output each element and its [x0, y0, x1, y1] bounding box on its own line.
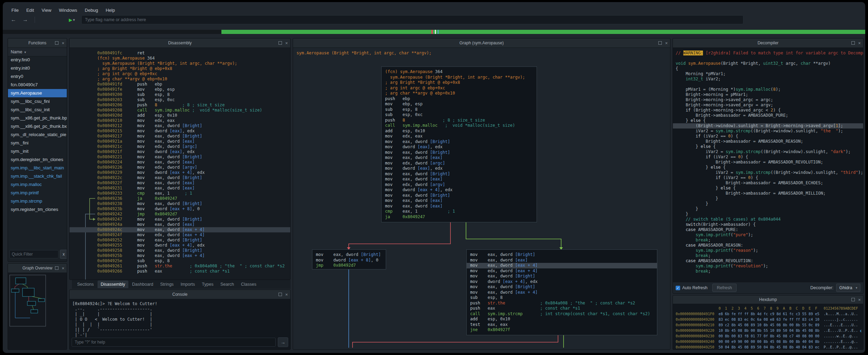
- function-item[interactable]: entry0: [8, 72, 67, 81]
- tab-imports[interactable]: Imports: [177, 281, 198, 288]
- search-input[interactable]: [81, 15, 743, 24]
- code-line[interactable]: sym.imp.printf("revolution");: [676, 264, 860, 269]
- code-line[interactable]: jne 0x804927f: [470, 327, 654, 333]
- function-item[interactable]: sym.imp.printf: [8, 189, 67, 197]
- code-line[interactable]: jmp 0x80492d7: [316, 263, 382, 268]
- code-line[interactable]: (fcn) sym.Aeropause 364: [70, 56, 290, 61]
- code-line[interactable]: 0x0804921c mov edx, dword [argc]: [70, 144, 290, 149]
- code-line[interactable]: Bright->morning = pMVar1;: [676, 92, 860, 97]
- menu-help[interactable]: Help: [102, 8, 119, 13]
- close-icon[interactable]: ×: [665, 41, 668, 45]
- code-line[interactable]: [676, 56, 860, 61]
- code-line[interactable]: // switch table (5 cases) at 0x804a044: [676, 217, 860, 222]
- code-line[interactable]: ; arg Bright *Bright @ ebp+0x8: [70, 66, 290, 71]
- code-line[interactable]: 0x08049208 call sym.imp.malloc ; void *m…: [70, 108, 290, 113]
- hexdump-row[interactable]: 0x0000000008049220 10 8b 45 08 8b 00 8b …: [676, 328, 860, 333]
- undock-icon[interactable]: [658, 41, 662, 45]
- code-line[interactable]: cmp eax, 1 ; 1: [385, 209, 533, 214]
- code-line[interactable]: 0x08049247 mov eax, dword [Bright]: [70, 217, 290, 222]
- code-line[interactable]: push 8 ; 8 ; size_t size: [385, 118, 533, 123]
- code-line[interactable]: if (Bright->morning->saved_argc < 2) {: [676, 108, 860, 113]
- code-line[interactable]: 0x080491fd push ebp: [70, 82, 290, 87]
- hexdump-row[interactable]: 0x0000000008049240 00 00 e9 90 00 00 00 …: [676, 339, 860, 344]
- undock-icon[interactable]: [55, 41, 58, 45]
- code-line[interactable]: iVar2 = sym.imp.strcmp((Bright->window).…: [676, 170, 860, 175]
- hexdump-row[interactable]: 0x0000000008049200 83 ec 08 83 ec 0c 6a …: [676, 317, 860, 322]
- auto-refresh-checkbox[interactable]: ✓: [676, 286, 680, 290]
- function-item[interactable]: sym._init: [8, 147, 67, 156]
- code-line[interactable]: 0x08049238 mov eax, dword [Bright]: [70, 201, 290, 206]
- code-line[interactable]: } else {: [676, 186, 860, 191]
- menu-debug[interactable]: Debug: [81, 8, 102, 13]
- code-line[interactable]: add esp, 0x10: [385, 128, 533, 134]
- undock-icon[interactable]: [278, 293, 282, 296]
- code-line[interactable]: 0x08049242 jmp 0x80492d7: [70, 212, 290, 217]
- code-line[interactable]: pMVar1 = (Morning *)sym.imp.malloc(8);: [676, 87, 860, 92]
- function-item[interactable]: sym.__libc_csu_fini: [8, 97, 67, 106]
- code-line[interactable]: 0x0804920d add esp, 0x10: [70, 113, 290, 118]
- code-line[interactable]: 0x08049231 mov eax, dword [eax]: [70, 186, 290, 191]
- console-input[interactable]: [72, 338, 276, 347]
- chevron-down-icon[interactable]: ▾: [73, 18, 75, 22]
- code-line[interactable]: 0x0804924a mov eax, dword [eax]: [70, 222, 290, 227]
- function-item[interactable]: sym.__x86.get_pc_thunk.bx: [8, 122, 67, 131]
- code-line[interactable]: call sym.imp.strcmp ; int strcmp(const c…: [470, 311, 654, 317]
- code-line[interactable]: Bright->ambassador = AMBASSADOR_PURE;: [676, 113, 860, 118]
- code-line[interactable]: mov eax, dword [Bright]: [385, 139, 533, 145]
- code-line[interactable]: push ebp: [385, 96, 533, 102]
- code-line[interactable]: mov eax, dword [Bright]: [470, 252, 654, 258]
- code-line[interactable]: 0x08049221 mov eax, dword [Bright]: [70, 154, 290, 160]
- code-line[interactable]: Bright->ambassador = AMBASSADOR_REASON;: [676, 139, 860, 144]
- code-line[interactable]: case AMBASSADOR_PURE:: [676, 227, 860, 232]
- code-line[interactable]: sym.Aeropause (Bright *Bright, int argc,…: [385, 75, 533, 80]
- code-line[interactable]: ; arg Bright *Bright @ ebp+0x8: [385, 80, 533, 86]
- function-item[interactable]: sym.deregister_tm_clones: [8, 156, 67, 164]
- menu-file[interactable]: File: [8, 8, 22, 13]
- send-icon[interactable]: →: [278, 337, 288, 347]
- code-line[interactable]: Bright->morning->saved_argv = argv;: [676, 103, 860, 108]
- code-line[interactable]: Bright->morning->saved_argc = argc;: [676, 97, 860, 103]
- code-line[interactable]: sym.imp.printf("reason");: [676, 248, 860, 253]
- code-line[interactable]: 0x08049217 mov eax, dword [Bright]: [70, 134, 290, 139]
- code-line[interactable]: case AMBASSADOR_REASON:: [676, 243, 860, 248]
- tab-dashboard[interactable]: Dashboard: [129, 281, 156, 288]
- function-item[interactable]: sym._fini: [8, 139, 67, 147]
- disassembly-titlebar[interactable]: Disassembly ×: [70, 38, 290, 48]
- code-line[interactable]: 0x0804921f mov dword [eax], edx: [70, 149, 290, 154]
- code-line[interactable]: [676, 82, 860, 87]
- code-line[interactable]: 0x08049215 mov dword [eax], edx: [70, 128, 290, 134]
- forward-icon[interactable]: →: [19, 17, 31, 23]
- code-line[interactable]: 0x0804922c mov eax, dword [Bright]: [70, 175, 290, 180]
- code-line[interactable]: mov eax, dword [Bright]: [385, 193, 533, 198]
- code-line[interactable]: 0x0804923b mov dword [eax + 8], 0: [70, 206, 290, 212]
- decompiler-titlebar[interactable]: Decompiler ×: [673, 38, 863, 48]
- code-line[interactable]: mov edx, dword [argv]: [385, 182, 533, 188]
- code-line[interactable]: if (iVar2 == 0) {: [676, 154, 860, 160]
- code-line[interactable]: 0x08049236 ja 0x8049247: [70, 196, 290, 201]
- console-titlebar[interactable]: Console ×: [70, 290, 290, 299]
- code-line[interactable]: ja 0x8049247: [385, 214, 533, 220]
- functions-titlebar[interactable]: Functions ×: [8, 38, 67, 48]
- memory-map-strip[interactable]: [3, 30, 865, 34]
- function-item[interactable]: sym.imp.__stack_chk_fail: [8, 172, 67, 180]
- hexdump-titlebar[interactable]: Hexdump ×: [673, 295, 863, 304]
- code-line[interactable]: iVar2 = sym.imp.strcmp((Bright->window).…: [676, 128, 860, 134]
- tab-sections[interactable]: Sections: [74, 281, 97, 288]
- code-line[interactable]: Bright->ambassador = AMBASSADOR_REVOLUTI…: [676, 160, 860, 165]
- code-line[interactable]: 0x08049226 mov edx, dword [argv]: [70, 165, 290, 170]
- play-icon[interactable]: ▶: [69, 17, 72, 23]
- undock-icon[interactable]: [851, 41, 855, 45]
- code-line[interactable]: Morning *pMVar1;: [676, 71, 860, 77]
- function-item[interactable]: sym.register_tm_clones: [8, 205, 67, 214]
- code-line[interactable]: 0x08049200 sub esp, 8: [70, 92, 290, 97]
- code-line[interactable]: }: [676, 212, 860, 217]
- code-line[interactable]: mov dword [eax + 4], edx: [385, 187, 533, 193]
- code-line[interactable]: 0x0804925b mov eax, dword [eax + 4]: [70, 253, 290, 258]
- tab-search[interactable]: Search: [217, 281, 237, 288]
- tab-classes[interactable]: Classes: [238, 281, 259, 288]
- code-line[interactable]: mov edx, dword [eax + 4]: [470, 268, 654, 274]
- graph-minimap[interactable]: [8, 273, 67, 350]
- code-line[interactable]: test eax, eax: [470, 322, 654, 328]
- graph-canvas[interactable]: sym.Aeropause (Bright *Bright, int argc,…: [293, 48, 670, 348]
- code-line[interactable]: mov dword [eax + 8], 0: [316, 258, 382, 263]
